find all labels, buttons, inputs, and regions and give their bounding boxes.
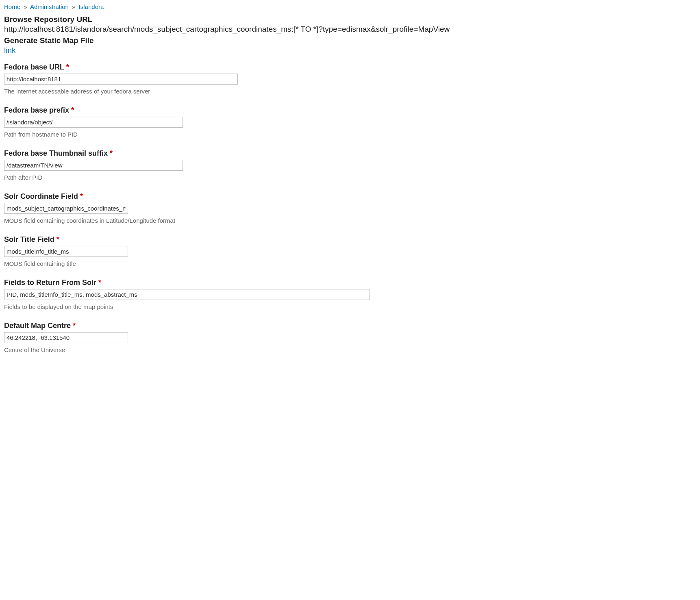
solr-return-input[interactable] — [4, 289, 370, 300]
label-text: Fedora base prefix — [4, 106, 69, 114]
fedora-base-prefix-description: Path from hostname to PID — [4, 131, 696, 138]
solr-return-description: Fields to be displayed on the map points — [4, 303, 696, 310]
solr-coord-description: MODS field containing coordinates in Lat… — [4, 217, 696, 224]
breadcrumb-islandora[interactable]: Islandora — [79, 3, 104, 10]
solr-title-description: MODS field containing title — [4, 260, 696, 267]
solr-coord-label: Solr Coordinate Field * — [4, 192, 696, 201]
label-text: Fields to Return From Solr — [4, 278, 96, 287]
label-text: Solr Title Field — [4, 235, 54, 243]
solr-title-input[interactable] — [4, 246, 128, 257]
generate-link[interactable]: link — [4, 46, 16, 54]
breadcrumb-separator: » — [72, 3, 75, 10]
form-item-fedora-tn-suffix: Fedora base Thumbnail suffix * Path afte… — [4, 149, 696, 181]
fedora-base-prefix-label: Fedora base prefix * — [4, 106, 696, 115]
solr-coord-input[interactable] — [4, 203, 128, 214]
form-item-solr-coord: Solr Coordinate Field * MODS field conta… — [4, 192, 696, 224]
label-text: Fedora base URL — [4, 63, 64, 71]
form-item-solr-title: Solr Title Field * MODS field containing… — [4, 235, 696, 267]
breadcrumb-separator: » — [24, 3, 27, 10]
label-text: Default Map Centre — [4, 322, 71, 330]
solr-return-label: Fields to Return From Solr * — [4, 278, 696, 287]
form-item-solr-return: Fields to Return From Solr * Fields to b… — [4, 278, 696, 310]
fedora-base-prefix-input[interactable] — [4, 117, 183, 128]
form-item-fedora-base-prefix: Fedora base prefix * Path from hostname … — [4, 106, 696, 138]
fedora-tn-suffix-label: Fedora base Thumbnail suffix * — [4, 149, 696, 158]
breadcrumb-administration[interactable]: Administration — [30, 3, 69, 10]
breadcrumb: Home » Administration » Islandora — [4, 3, 696, 10]
fedora-tn-suffix-description: Path after PID — [4, 174, 696, 181]
form-item-fedora-base-url: Fedora base URL * The internet accessabl… — [4, 63, 696, 95]
fedora-base-url-description: The internet accessable address of your … — [4, 88, 696, 95]
required-mark: * — [98, 278, 101, 287]
label-text: Solr Coordinate Field — [4, 192, 78, 200]
generate-static-map-heading: Generate Static Map File — [4, 36, 696, 45]
browse-repository-url-heading: Browse Repository URL — [4, 15, 696, 24]
required-mark: * — [80, 192, 83, 200]
required-mark: * — [66, 63, 69, 71]
breadcrumb-home[interactable]: Home — [4, 3, 20, 10]
fedora-base-url-label: Fedora base URL * — [4, 63, 696, 72]
required-mark: * — [57, 235, 59, 243]
solr-title-label: Solr Title Field * — [4, 235, 696, 244]
required-mark: * — [73, 322, 76, 330]
required-mark: * — [110, 149, 113, 157]
fedora-base-url-input[interactable] — [4, 74, 238, 85]
label-text: Fedora base Thumbnail suffix — [4, 149, 108, 157]
fedora-tn-suffix-input[interactable] — [4, 160, 183, 171]
map-centre-label: Default Map Centre * — [4, 322, 696, 330]
required-mark: * — [71, 106, 74, 114]
map-centre-input[interactable] — [4, 332, 128, 343]
map-centre-description: Centre of the Universe — [4, 346, 696, 353]
browse-repository-url-value: http://localhost:8181/islandora/search/m… — [4, 25, 696, 34]
form-item-map-centre: Default Map Centre * Centre of the Unive… — [4, 322, 696, 353]
